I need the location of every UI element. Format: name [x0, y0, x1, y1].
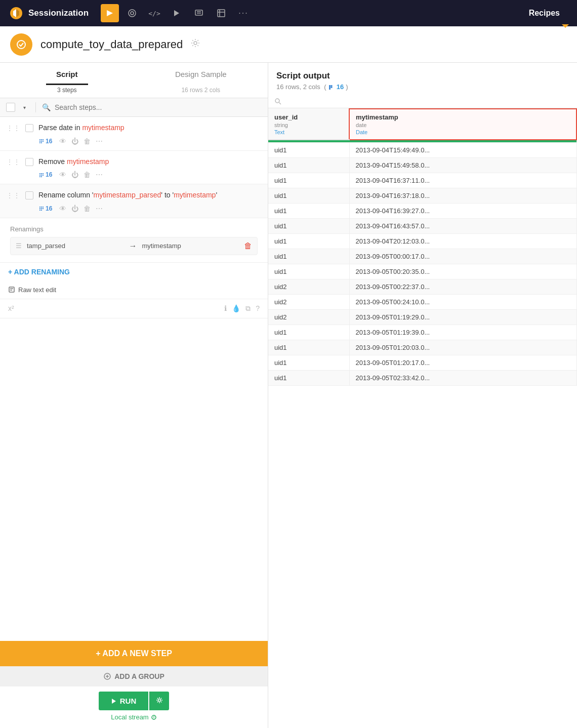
rename-delete-icon[interactable]: 🗑 [244, 241, 252, 251]
chart-icon-btn[interactable] [212, 4, 230, 22]
step-2-more-icon[interactable]: ⋯ [95, 170, 104, 180]
step-1-delete-icon[interactable]: 🗑 [83, 136, 92, 146]
col-mytimestamp-type: date [356, 122, 570, 128]
step-2-power-icon[interactable]: ⏻ [70, 170, 79, 180]
step-3-highlight-1: mytimestamp_parsed [94, 191, 161, 199]
step-1-title: Parse date in mytimestamp [38, 123, 262, 133]
step-2-meta: 16 👁 ⏻ 🗑 ⋯ [38, 170, 262, 180]
rename-arrow-icon: → [129, 241, 137, 251]
table-cell: 2013-09-04T20:12:03.0... [349, 234, 576, 249]
step-1-highlight: mytimestamp [82, 124, 124, 132]
copy-icon[interactable]: ⧉ [245, 304, 251, 313]
table-row: uid22013-09-05T00:24:10.0... [268, 295, 576, 310]
col-mytimestamp: mytimestamp date Date [349, 109, 576, 140]
topbar: Sessionization </> ··· [0, 0, 577, 26]
svg-point-11 [194, 42, 197, 45]
step-1-power-icon[interactable]: ⏻ [70, 136, 79, 146]
table-cell: uid2 [268, 295, 349, 310]
footer-icons: ℹ 💧 ⧉ ? [224, 304, 260, 313]
step-3-eye-icon[interactable]: 👁 [58, 204, 67, 214]
more-icon-btn[interactable]: ··· [234, 4, 253, 22]
svg-marker-18 [112, 699, 116, 704]
col-mytimestamp-semantic[interactable]: Date [356, 129, 570, 135]
drag-handle-icon[interactable]: ⋮⋮ [6, 190, 20, 199]
table-cell: uid1 [268, 173, 349, 188]
rename-drag-icon[interactable]: ☰ [16, 242, 22, 250]
table-cell: uid1 [268, 355, 349, 371]
run-label: RUN [120, 697, 137, 705]
col-user-id-semantic[interactable]: Text [274, 129, 343, 135]
tab-design-sample[interactable]: Design Sample [165, 63, 237, 85]
table-cell: uid1 [268, 158, 349, 173]
step-item: ⋮⋮ Remove mytimestamp 16 👁 ⏻ [0, 151, 268, 185]
table-cell: uid1 [268, 371, 349, 386]
step-1-checkbox[interactable] [25, 124, 33, 132]
recipes-label[interactable]: Recipes [529, 9, 560, 18]
col-user-id: user_id string Text [268, 109, 349, 140]
deploy-icon-btn[interactable] [190, 4, 208, 22]
drop-icon[interactable]: 💧 [232, 304, 240, 313]
raw-text-edit-button[interactable]: Raw text edit [0, 281, 268, 299]
run-settings-button[interactable] [149, 692, 169, 710]
col-mytimestamp-name: mytimestamp [356, 113, 570, 121]
step-3-meta: 16 👁 ⏻ 🗑 ⋯ [38, 204, 262, 214]
output-title: Script output [276, 71, 569, 81]
svg-rect-7 [218, 10, 225, 17]
step-footer: x² ℹ 💧 ⧉ ? [0, 299, 268, 318]
steps-toolbar: ▾ 🔍 [0, 98, 268, 117]
col-user-id-type: string [274, 122, 343, 128]
flow-icon-btn[interactable] [101, 4, 119, 22]
help-icon[interactable]: ? [256, 304, 260, 313]
tab-script[interactable]: Script [46, 63, 88, 85]
info-icon[interactable]: ℹ [224, 304, 227, 313]
step-1-more-icon[interactable]: ⋯ [95, 136, 104, 146]
table-cell: 2013-09-04T16:37:18.0... [349, 188, 576, 204]
drag-handle-icon[interactable]: ⋮⋮ [6, 157, 20, 166]
search-input[interactable] [55, 103, 262, 111]
code-icon-btn[interactable]: </> [145, 4, 163, 22]
step-1-eye-icon[interactable]: 👁 [58, 136, 67, 146]
table-cell: 2013-09-05T00:00:17.0... [349, 249, 576, 264]
select-dropdown[interactable]: ▾ [19, 102, 29, 112]
table-cell: uid1 [268, 340, 349, 355]
step-3-more-icon[interactable]: ⋯ [95, 204, 104, 214]
drag-handle-icon[interactable]: ⋮⋮ [6, 123, 20, 132]
table-cell: uid1 [268, 234, 349, 249]
rename-to: mytimestamp [142, 242, 239, 250]
rename-label: Renamings [10, 225, 258, 233]
step-3-delete-icon[interactable]: 🗑 [83, 204, 92, 214]
target-icon-btn[interactable] [123, 4, 141, 22]
svg-rect-12 [9, 287, 14, 292]
table-cell: 2013-09-05T01:20:03.0... [349, 340, 576, 355]
step-3-checkbox[interactable] [25, 191, 33, 199]
step-2-eye-icon[interactable]: 👁 [58, 170, 67, 180]
table-cell: 2013-09-05T01:20:17.0... [349, 355, 576, 371]
step-1-content: Parse date in mytimestamp 16 👁 ⏻ 🗑 ⋯ [38, 123, 262, 146]
recipe-icon [10, 33, 32, 56]
rename-row: ☰ tamp_parsed → mytimestamp 🗑 [10, 237, 258, 255]
table-row: uid12013-09-05T01:20:17.0... [268, 355, 576, 371]
step-2-checkbox[interactable] [25, 158, 33, 166]
table-row: uid12013-09-05T01:19:39.0... [268, 325, 576, 340]
add-renaming-button[interactable]: + ADD RENAMING [0, 263, 268, 281]
recipe-header: compute_toy_data_prepared [0, 26, 577, 63]
table-cell: 2013-09-04T15:49:58.0... [349, 158, 576, 173]
play-icon-btn[interactable] [168, 4, 186, 22]
run-area: RUN Local stream [0, 686, 268, 728]
step-2-title: Remove mytimestamp [38, 157, 262, 167]
table-cell: 2013-09-05T00:22:37.0... [349, 279, 576, 295]
table-header-row: user_id string Text mytimestamp date Dat… [268, 109, 576, 140]
table-row: uid12013-09-04T16:37:18.0... [268, 188, 576, 204]
step-3-text-end: ' [216, 191, 217, 199]
step-3-power-icon[interactable]: ⏻ [70, 204, 79, 214]
add-step-button[interactable]: + ADD A NEW STEP [0, 641, 268, 666]
add-group-button[interactable]: ADD A GROUP [0, 666, 268, 686]
edit-count[interactable]: 16 [337, 83, 344, 91]
select-all-checkbox[interactable] [6, 103, 15, 112]
table-cell: uid1 [268, 204, 349, 219]
step-2-delete-icon[interactable]: 🗑 [83, 170, 92, 180]
recipe-settings-icon[interactable] [191, 38, 200, 50]
table-row: uid12013-09-04T20:12:03.0... [268, 234, 576, 249]
run-button[interactable]: RUN [99, 692, 149, 710]
table-cell: uid1 [268, 325, 349, 340]
